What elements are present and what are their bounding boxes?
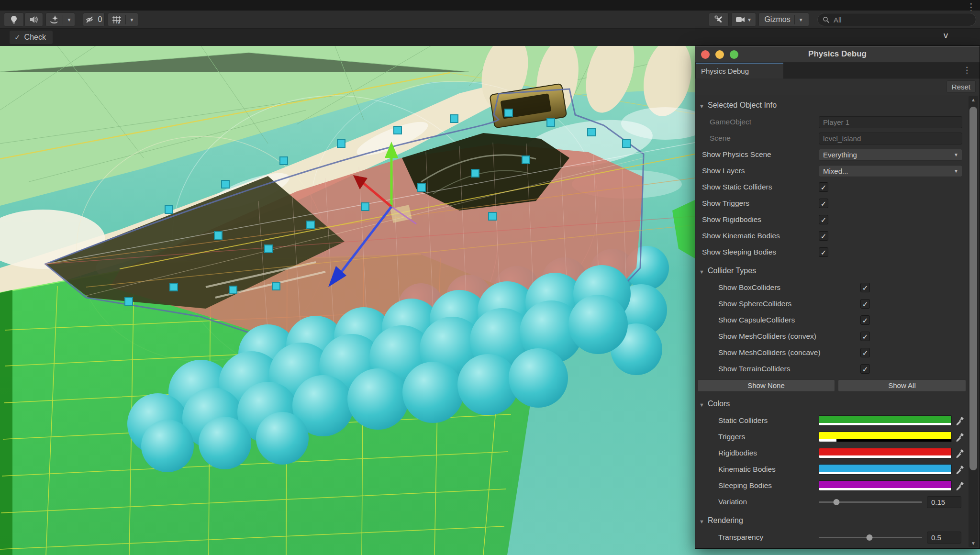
window-titlebar[interactable]: Physics Debug (695, 46, 980, 63)
variation-row: Variation 0.15 (695, 494, 980, 511)
toggle-label: Show TerrainColliders (718, 365, 790, 373)
variation-value-field[interactable]: 0.15 (927, 496, 961, 508)
kinematic-bodies-color-row: Kinematic Bodies (695, 462, 980, 478)
show-all-button[interactable]: Show All (838, 379, 966, 392)
section-header-label: Rendering (708, 516, 743, 525)
tools-button[interactable] (709, 12, 729, 27)
spherecolliders-checkbox[interactable]: ✓ (860, 299, 870, 309)
dropdown-value: Everything (823, 151, 857, 159)
check-toggle-label: Check (24, 33, 46, 42)
static-colliders-color-swatch[interactable] (819, 415, 952, 426)
eyedropper-icon[interactable] (955, 448, 965, 458)
show-meshcolliders-concave-row: Show MeshColliders (concave) ✓ (695, 345, 980, 361)
layers-dropdown[interactable]: Mixed...▼ (819, 165, 962, 177)
grid-icon: Y (112, 15, 122, 24)
scene-search-field[interactable]: All (817, 13, 976, 26)
eyedropper-icon[interactable] (955, 464, 965, 475)
capsulecolliders-checkbox[interactable]: ✓ (860, 315, 870, 325)
foldout-rendering[interactable]: ▼ Rendering (695, 513, 980, 530)
static-colliders-checkbox[interactable]: ✓ (819, 182, 828, 192)
boxcolliders-checkbox[interactable]: ✓ (860, 283, 870, 292)
show-sleeping-bodies-row: Show Sleeping Bodies ✓ (695, 244, 980, 261)
overlay-corner-glyph: v (944, 31, 948, 41)
lighting-toggle-button[interactable] (4, 12, 24, 27)
meshcolliders-convex-checkbox[interactable]: ✓ (860, 332, 870, 341)
sceneview-overlay-bar: ✓ Check v (0, 29, 980, 46)
kinematic-bodies-color-swatch[interactable] (819, 464, 952, 475)
slider-label: Variation (718, 498, 747, 506)
scroll-up-arrow[interactable]: ▲ (969, 96, 978, 104)
show-capsulecolliders-row: Show CapsuleColliders ✓ (695, 312, 980, 329)
camera-dropdown-arrow[interactable]: ▼ (747, 17, 752, 22)
toggle-label: Show Rigidbodies (702, 215, 761, 224)
toggle-label: Show MeshColliders (concave) (718, 348, 821, 357)
dropdown-label: Show Layers (702, 166, 745, 175)
gameobject-field: Player 1 (819, 116, 962, 128)
button-divider (63, 15, 63, 24)
foldout-selected-object-info[interactable]: ▼ Selected Object Info (695, 98, 980, 114)
effects-toggle-button[interactable]: ▼ (45, 12, 75, 27)
triggers-checkbox[interactable]: ✓ (819, 199, 828, 208)
variation-slider[interactable] (819, 501, 922, 503)
scrollbar-thumb[interactable] (969, 107, 977, 470)
show-none-button[interactable]: Show None (697, 379, 835, 392)
dropdown-value: Mixed... (823, 167, 848, 175)
transparency-value-field[interactable]: 0.5 (927, 532, 961, 544)
clipped-bottom-row (695, 546, 980, 548)
scroll-down-arrow[interactable]: ▼ (969, 540, 978, 547)
foldout-collider-types[interactable]: ▼ Collider Types (695, 264, 980, 280)
transparency-row: Transparency 0.5 (695, 530, 980, 546)
rigidbodies-color-swatch[interactable] (819, 448, 952, 458)
sleeping-bodies-checkbox[interactable]: ✓ (819, 247, 828, 257)
grid-settings-button[interactable]: Y ▼ (108, 12, 138, 27)
panel-scrollbar[interactable]: ▲ ▼ (969, 96, 978, 547)
variation-slider-thumb[interactable] (833, 499, 839, 505)
rigidbodies-checkbox[interactable]: ✓ (819, 215, 828, 224)
sleeping-bodies-color-swatch[interactable] (819, 480, 952, 491)
chevron-down-icon: ▼ (954, 166, 958, 177)
reset-button[interactable]: Reset (947, 80, 976, 93)
effects-dropdown-arrow[interactable]: ▼ (67, 17, 72, 22)
color-label: Kinematic Bodies (718, 465, 776, 474)
toggle-label: Show Sleeping Bodies (702, 248, 776, 256)
terraincolliders-checkbox[interactable]: ✓ (860, 364, 870, 374)
meshcolliders-concave-checkbox[interactable]: ✓ (860, 348, 870, 357)
check-toggle[interactable]: ✓ Check (10, 31, 53, 44)
hidden-objects-button[interactable]: 0 (83, 12, 105, 27)
kinematic-bodies-checkbox[interactable]: ✓ (819, 231, 828, 241)
speaker-icon (29, 15, 39, 24)
toggle-label: Show Static Colliders (702, 183, 772, 191)
show-buttons-row: Show None Show All (695, 377, 980, 394)
tab-menu-icon[interactable]: ⋮ (963, 65, 971, 75)
eyedropper-icon[interactable] (955, 480, 965, 491)
foldout-colors[interactable]: ▼ Colors (695, 397, 980, 413)
scene-field: level_Island (819, 133, 962, 144)
foldout-arrow-icon[interactable]: ▼ (699, 402, 704, 408)
gameobject-row: GameObject Player 1 (695, 114, 980, 131)
check-mark-icon: ✓ (14, 33, 21, 42)
scene-row: Scene level_Island (695, 131, 980, 147)
foldout-arrow-icon[interactable]: ▼ (699, 519, 704, 524)
show-boxcolliders-row: Show BoxColliders ✓ (695, 280, 980, 296)
eyedropper-icon[interactable] (955, 415, 965, 426)
search-icon (823, 16, 830, 23)
show-meshcolliders-convex-row: Show MeshColliders (convex) ✓ (695, 329, 980, 345)
gizmos-dropdown[interactable]: Gizmos ▼ (758, 12, 809, 27)
eyedropper-icon[interactable] (955, 432, 965, 442)
svg-text:Y: Y (117, 20, 120, 24)
transparency-slider[interactable] (819, 537, 922, 538)
transparency-slider-thumb[interactable] (866, 534, 872, 541)
camera-settings-button[interactable]: ▼ (731, 12, 756, 27)
foldout-arrow-icon[interactable]: ▼ (699, 103, 704, 109)
show-kinematic-bodies-row: Show Kinematic Bodies ✓ (695, 228, 980, 244)
audio-toggle-button[interactable] (24, 12, 43, 27)
tab-physics-debug[interactable]: Physics Debug (696, 63, 783, 78)
show-triggers-row: Show Triggers ✓ (695, 196, 980, 212)
foldout-arrow-icon[interactable]: ▼ (699, 269, 704, 275)
sceneview-toolbar: ▼ 0 Y ▼ ▼ Gizmos ▼ (0, 11, 980, 29)
grid-dropdown-arrow[interactable]: ▼ (130, 17, 134, 22)
triggers-color-swatch[interactable] (819, 432, 952, 442)
panel-toolbar: Reset (695, 78, 980, 95)
panel-content: ▼ Selected Object Info GameObject Player… (695, 95, 980, 548)
physics-scene-dropdown[interactable]: Everything▼ (819, 149, 962, 161)
